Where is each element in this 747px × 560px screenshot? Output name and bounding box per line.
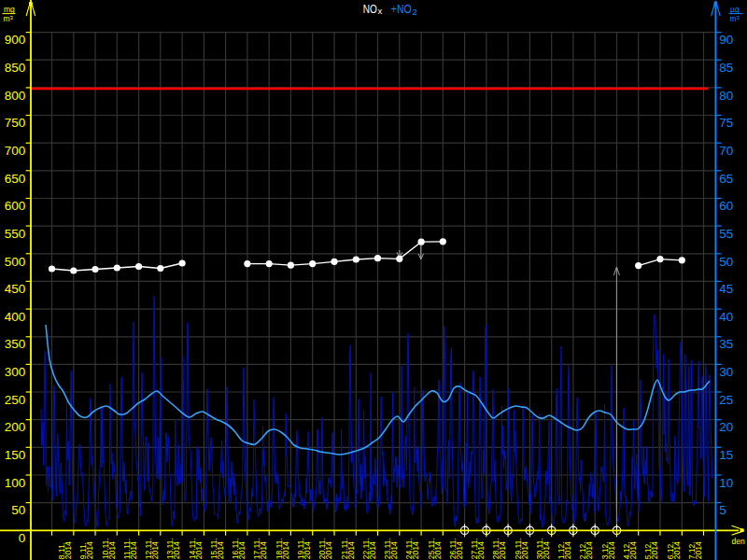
svg-text:3.12.2014: 3.12.2014 xyxy=(600,541,616,559)
svg-text:+NO: +NO xyxy=(391,2,412,16)
svg-text:600: 600 xyxy=(5,199,26,213)
svg-text:6.12.2014: 6.12.2014 xyxy=(666,541,682,559)
svg-text:550: 550 xyxy=(5,227,26,241)
svg-text:85: 85 xyxy=(719,61,733,75)
svg-text:750: 750 xyxy=(5,116,26,130)
svg-text:50: 50 xyxy=(719,255,733,269)
svg-text:80: 80 xyxy=(719,89,733,103)
svg-text:den: den xyxy=(732,537,745,546)
svg-text:400: 400 xyxy=(5,310,26,324)
svg-text:800: 800 xyxy=(5,89,26,103)
svg-text:250: 250 xyxy=(5,393,26,407)
svg-text:100: 100 xyxy=(5,476,26,490)
svg-text:5: 5 xyxy=(719,503,726,517)
svg-text:450: 450 xyxy=(5,282,26,296)
svg-text:45: 45 xyxy=(719,282,733,296)
svg-text:850: 850 xyxy=(5,61,26,75)
svg-text:350: 350 xyxy=(5,337,26,351)
svg-text:40: 40 xyxy=(719,310,733,324)
svg-text:µg: µg xyxy=(730,5,740,14)
svg-text:650: 650 xyxy=(5,172,26,186)
svg-text:300: 300 xyxy=(5,365,26,379)
svg-text:25: 25 xyxy=(719,393,733,407)
svg-text:75: 75 xyxy=(719,116,733,130)
svg-text:5.12.2014: 5.12.2014 xyxy=(643,541,659,559)
svg-text:700: 700 xyxy=(5,144,26,158)
svg-text:60: 60 xyxy=(719,199,733,213)
svg-text:35: 35 xyxy=(719,337,733,351)
svg-text:10: 10 xyxy=(719,476,733,490)
svg-text:2.12.2014: 2.12.2014 xyxy=(578,541,594,559)
svg-text:55: 55 xyxy=(719,227,733,241)
svg-text:mg: mg xyxy=(4,5,15,14)
svg-text:4.12.2014: 4.12.2014 xyxy=(622,541,638,559)
svg-text:20: 20 xyxy=(719,420,733,434)
svg-text:50: 50 xyxy=(11,503,25,517)
svg-text:x: x xyxy=(378,6,383,16)
svg-text:0: 0 xyxy=(19,531,26,545)
svg-text:90: 90 xyxy=(719,33,733,47)
svg-text:2: 2 xyxy=(413,7,417,17)
svg-text:15: 15 xyxy=(719,448,733,462)
svg-text:500: 500 xyxy=(5,255,26,269)
svg-text:NO: NO xyxy=(363,2,377,16)
svg-text:200: 200 xyxy=(5,420,26,434)
svg-text:150: 150 xyxy=(5,448,26,462)
svg-text:9.11.2014: 9.11.2014 xyxy=(78,541,94,559)
svg-text:1.12.2014: 1.12.2014 xyxy=(557,541,572,559)
svg-text:70: 70 xyxy=(719,144,733,158)
svg-text:7.12.2014: 7.12.2014 xyxy=(687,541,703,559)
svg-text:30: 30 xyxy=(719,365,733,379)
svg-text:65: 65 xyxy=(719,172,733,186)
svg-text:900: 900 xyxy=(5,33,26,47)
svg-text:8.11.2014: 8.11.2014 xyxy=(57,541,73,559)
